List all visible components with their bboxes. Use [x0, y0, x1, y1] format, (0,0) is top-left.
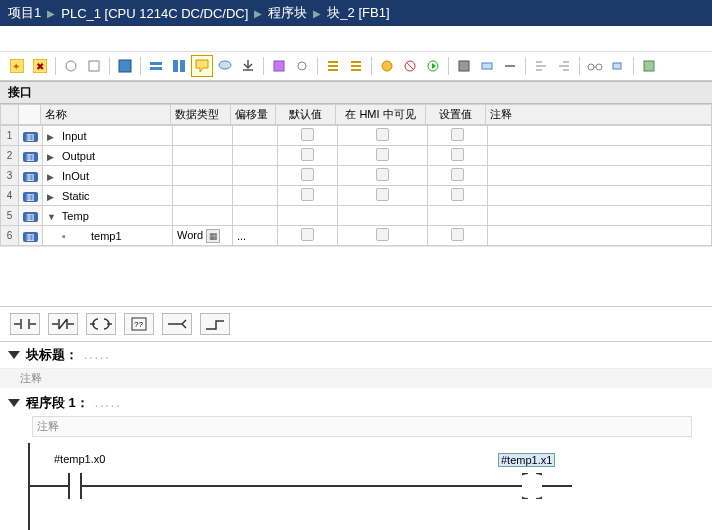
- settings-icon[interactable]: [638, 55, 660, 77]
- branch-close-icon[interactable]: [200, 313, 230, 335]
- var-name[interactable]: Output: [62, 150, 95, 162]
- var-name[interactable]: temp1: [69, 230, 122, 242]
- checkbox[interactable]: [301, 148, 314, 161]
- col-setval[interactable]: 设置值: [426, 105, 486, 125]
- collapse-triangle-icon[interactable]: [8, 351, 20, 359]
- tool-icon[interactable]: [291, 55, 313, 77]
- block-title-row: 块标题： .....: [0, 342, 712, 369]
- checkbox[interactable]: [451, 188, 464, 201]
- expand-icon[interactable]: ▶: [47, 132, 59, 142]
- expand-icon[interactable]: ▶: [47, 192, 59, 202]
- download-icon[interactable]: [237, 55, 259, 77]
- checkbox[interactable]: [376, 128, 389, 141]
- network-title-value[interactable]: .....: [95, 396, 122, 410]
- checkbox[interactable]: [451, 168, 464, 181]
- table-row[interactable]: 6▥ ▪ temp1Word ▦...: [1, 226, 712, 246]
- nc-contact-icon[interactable]: [48, 313, 78, 335]
- comment-icon[interactable]: [191, 55, 213, 77]
- table-row[interactable]: 4▥▶ Static: [1, 186, 712, 206]
- breadcrumb-plc[interactable]: PLC_1 [CPU 1214C DC/DC/DC]: [61, 6, 248, 21]
- tool-purple-icon[interactable]: [268, 55, 290, 77]
- checkbox[interactable]: [451, 128, 464, 141]
- disk-icon[interactable]: [453, 55, 475, 77]
- checkbox[interactable]: [301, 188, 314, 201]
- collapse-triangle-icon[interactable]: [8, 399, 20, 407]
- list-1-icon[interactable]: [322, 55, 344, 77]
- col-comment[interactable]: 注释: [486, 105, 712, 125]
- var-name[interactable]: InOut: [62, 170, 89, 182]
- tool-icon[interactable]: [60, 55, 82, 77]
- interface-header: 接口: [0, 81, 712, 104]
- table-row[interactable]: 1▥▶ Input: [1, 126, 712, 146]
- save-icon[interactable]: [114, 55, 136, 77]
- coil-tag[interactable]: #temp1.x1: [498, 453, 555, 467]
- var-name[interactable]: Static: [62, 190, 90, 202]
- expand-icon[interactable]: ▶: [47, 172, 59, 182]
- svg-rect-12: [274, 61, 284, 71]
- contact-tag[interactable]: #temp1.x0: [54, 453, 105, 465]
- expand-icon[interactable]: ▼: [47, 212, 59, 222]
- no-contact[interactable]: [68, 473, 82, 499]
- svg-rect-8: [150, 67, 162, 70]
- coil-icon[interactable]: [86, 313, 116, 335]
- monitor-on-icon[interactable]: [376, 55, 398, 77]
- no-contact-icon[interactable]: [10, 313, 40, 335]
- list-2-icon[interactable]: [345, 55, 367, 77]
- svg-rect-18: [482, 63, 492, 69]
- checkbox[interactable]: [451, 228, 464, 241]
- tool-icon[interactable]: [499, 55, 521, 77]
- col-default[interactable]: 默认值: [276, 105, 336, 125]
- var-name[interactable]: Temp: [62, 210, 89, 222]
- var-name[interactable]: Input: [62, 130, 86, 142]
- col-hmi[interactable]: 在 HMI 中可见: [336, 105, 426, 125]
- view-1-icon[interactable]: [145, 55, 167, 77]
- indent-out-icon[interactable]: [530, 55, 552, 77]
- branch-open-icon[interactable]: [162, 313, 192, 335]
- block-title-value[interactable]: .....: [84, 348, 111, 362]
- box-icon[interactable]: ??: [124, 313, 154, 335]
- checkbox[interactable]: [376, 188, 389, 201]
- insert-network-icon[interactable]: ✦: [6, 55, 28, 77]
- checkbox[interactable]: [301, 128, 314, 141]
- view-2-icon[interactable]: [168, 55, 190, 77]
- table-row[interactable]: 2▥▶ Output: [1, 146, 712, 166]
- checkbox[interactable]: [376, 168, 389, 181]
- checkbox[interactable]: [376, 228, 389, 241]
- col-offset[interactable]: 偏移量: [231, 105, 276, 125]
- indent-in-icon[interactable]: [553, 55, 575, 77]
- breadcrumb-folder[interactable]: 程序块: [268, 4, 307, 22]
- checkbox[interactable]: [301, 228, 314, 241]
- coil[interactable]: [522, 473, 542, 499]
- chat-icon[interactable]: [214, 55, 236, 77]
- dtype-picker-icon[interactable]: ▦: [206, 229, 220, 243]
- editor-toolbar: ✦ ✖: [0, 52, 712, 80]
- play-icon[interactable]: [422, 55, 444, 77]
- tool-icon[interactable]: [83, 55, 105, 77]
- checkbox[interactable]: [376, 148, 389, 161]
- svg-rect-6: [119, 60, 131, 72]
- table-row[interactable]: 3▥▶ InOut: [1, 166, 712, 186]
- table-row[interactable]: 5▥▼ Temp: [1, 206, 712, 226]
- breadcrumb-project[interactable]: 项目1: [8, 4, 41, 22]
- svg-text:✖: ✖: [36, 61, 44, 72]
- network-label: 程序段 1：: [26, 394, 89, 412]
- breadcrumb-sep: ▶: [313, 8, 321, 19]
- col-dtype[interactable]: 数据类型: [171, 105, 231, 125]
- expand-icon[interactable]: ▶: [47, 152, 59, 162]
- glasses-icon[interactable]: [584, 55, 606, 77]
- stop-icon[interactable]: [399, 55, 421, 77]
- ladder-network[interactable]: #temp1.x0 #temp1.x1: [28, 443, 692, 530]
- svg-point-11: [219, 61, 231, 69]
- delete-network-icon[interactable]: ✖: [29, 55, 51, 77]
- checkbox[interactable]: [451, 148, 464, 161]
- network-comment[interactable]: 注释: [32, 416, 692, 437]
- block-comment[interactable]: 注释: [0, 369, 712, 388]
- tool-icon[interactable]: [476, 55, 498, 77]
- svg-rect-9: [173, 60, 178, 72]
- checkbox[interactable]: [301, 168, 314, 181]
- svg-point-14: [382, 61, 392, 71]
- svg-rect-17: [459, 61, 469, 71]
- breadcrumb-block[interactable]: 块_2 [FB1]: [327, 4, 389, 22]
- col-name[interactable]: 名称: [41, 105, 171, 125]
- tag-icon[interactable]: [607, 55, 629, 77]
